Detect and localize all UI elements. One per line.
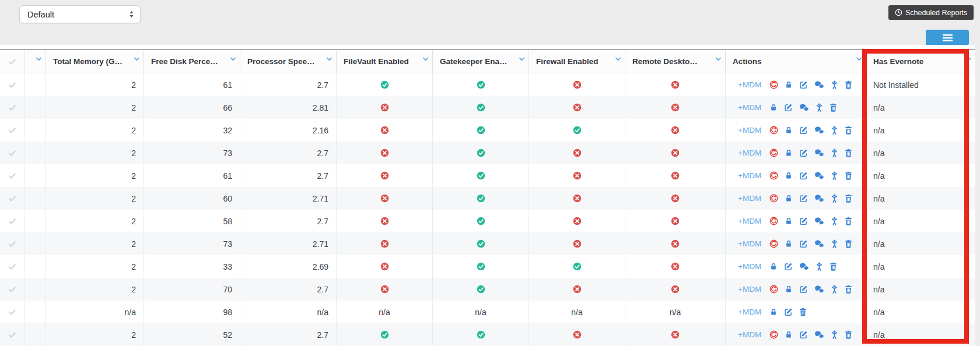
watchman-icon[interactable]	[769, 126, 778, 135]
row-select-check[interactable]	[0, 210, 25, 232]
lock-icon[interactable]	[785, 171, 793, 180]
user-icon[interactable]	[816, 103, 823, 112]
lock-icon[interactable]	[785, 194, 793, 203]
row-select-check[interactable]	[0, 255, 25, 278]
mdm-enroll-link[interactable]: +MDM	[738, 330, 761, 339]
lock-icon[interactable]	[785, 239, 793, 248]
lock-icon[interactable]	[769, 103, 778, 112]
lock-icon[interactable]	[769, 308, 778, 316]
column-header-remote[interactable]: Remote Deskto…	[625, 50, 726, 73]
comments-icon[interactable]	[814, 330, 824, 339]
row-select-check[interactable]	[0, 164, 25, 187]
comments-icon[interactable]	[814, 126, 824, 135]
mdm-enroll-link[interactable]: +MDM	[738, 285, 761, 294]
lock-icon[interactable]	[785, 217, 793, 225]
column-header-filevault[interactable]: FileVault Enabled	[337, 50, 433, 73]
edit-icon[interactable]	[799, 149, 808, 157]
user-icon[interactable]	[831, 217, 838, 225]
lock-icon[interactable]	[785, 80, 793, 89]
row-select-check[interactable]	[0, 301, 25, 323]
lock-icon[interactable]	[769, 262, 778, 271]
trash-icon[interactable]	[845, 194, 852, 203]
user-icon[interactable]	[831, 194, 838, 203]
edit-icon[interactable]	[784, 103, 793, 112]
select-all-check-icon[interactable]	[8, 58, 16, 66]
lock-icon[interactable]	[785, 285, 793, 294]
column-header-processor[interactable]: Processor Spee…	[240, 50, 337, 73]
trash-icon[interactable]	[845, 285, 852, 294]
mdm-enroll-link[interactable]: +MDM	[738, 103, 761, 112]
lock-icon[interactable]	[785, 149, 793, 157]
user-icon[interactable]	[831, 126, 838, 135]
trash-icon[interactable]	[830, 262, 837, 271]
column-header-firewall[interactable]: Firewall Enabled	[529, 50, 625, 73]
trash-icon[interactable]	[799, 308, 807, 316]
watchman-icon[interactable]	[769, 330, 778, 339]
comments-icon[interactable]	[814, 171, 824, 180]
edit-icon[interactable]	[799, 80, 808, 89]
trash-icon[interactable]	[845, 330, 852, 339]
row-select-check[interactable]	[0, 96, 25, 119]
comments-icon[interactable]	[814, 194, 824, 203]
mdm-enroll-link[interactable]: +MDM	[738, 239, 761, 248]
user-icon[interactable]	[831, 330, 838, 339]
row-select-check[interactable]	[0, 73, 25, 96]
row-select-check[interactable]	[0, 119, 25, 142]
watchman-icon[interactable]	[769, 194, 778, 203]
comments-icon[interactable]	[799, 103, 809, 112]
watchman-icon[interactable]	[769, 217, 778, 225]
watchman-icon[interactable]	[769, 80, 778, 89]
comments-icon[interactable]	[799, 262, 809, 271]
edit-icon[interactable]	[784, 308, 793, 316]
lock-icon[interactable]	[785, 126, 793, 135]
row-select-check[interactable]	[0, 278, 25, 301]
mdm-enroll-link[interactable]: +MDM	[738, 149, 761, 157]
user-icon[interactable]	[831, 285, 838, 294]
user-icon[interactable]	[831, 149, 838, 157]
row-select-check[interactable]	[0, 187, 25, 210]
lock-icon[interactable]	[785, 330, 793, 339]
row-select-check[interactable]	[0, 323, 25, 346]
mdm-enroll-link[interactable]: +MDM	[738, 262, 761, 271]
edit-icon[interactable]	[799, 330, 808, 339]
trash-icon[interactable]	[845, 80, 852, 89]
row-select-check[interactable]	[0, 232, 25, 255]
scheduled-reports-button[interactable]: Scheduled Reports	[888, 5, 974, 20]
column-header-expand[interactable]	[25, 50, 46, 73]
edit-icon[interactable]	[799, 217, 808, 225]
watchman-icon[interactable]	[769, 239, 778, 248]
user-icon[interactable]	[831, 171, 838, 180]
watchman-icon[interactable]	[769, 149, 778, 157]
column-header-disk[interactable]: Free Disk Perce…	[144, 50, 240, 73]
mdm-enroll-link[interactable]: +MDM	[738, 217, 761, 225]
trash-icon[interactable]	[845, 126, 852, 135]
view-select[interactable]: Default	[19, 5, 141, 23]
edit-icon[interactable]	[799, 194, 808, 203]
trash-icon[interactable]	[845, 239, 852, 248]
user-icon[interactable]	[831, 239, 838, 248]
trash-icon[interactable]	[845, 217, 852, 225]
edit-icon[interactable]	[799, 239, 808, 248]
menu-button[interactable]	[926, 30, 969, 45]
watchman-icon[interactable]	[769, 285, 778, 294]
trash-icon[interactable]	[845, 149, 852, 157]
column-header-gatekeeper[interactable]: Gatekeeper Ena…	[433, 50, 529, 73]
comments-icon[interactable]	[814, 217, 824, 225]
watchman-icon[interactable]	[769, 171, 778, 180]
mdm-enroll-link[interactable]: +MDM	[738, 80, 761, 89]
edit-icon[interactable]	[799, 171, 808, 180]
row-select-check[interactable]	[0, 142, 25, 164]
comments-icon[interactable]	[814, 239, 824, 248]
comments-icon[interactable]	[814, 149, 824, 157]
edit-icon[interactable]	[784, 262, 793, 271]
mdm-enroll-link[interactable]: +MDM	[738, 308, 761, 316]
column-header-actions[interactable]: Actions	[726, 50, 866, 73]
edit-icon[interactable]	[799, 126, 808, 135]
trash-icon[interactable]	[845, 171, 852, 180]
column-header-memory[interactable]: Total Memory (G…	[46, 50, 144, 73]
comments-icon[interactable]	[814, 80, 824, 89]
edit-icon[interactable]	[799, 285, 808, 294]
mdm-enroll-link[interactable]: +MDM	[738, 194, 761, 203]
user-icon[interactable]	[816, 262, 823, 271]
comments-icon[interactable]	[814, 285, 824, 294]
